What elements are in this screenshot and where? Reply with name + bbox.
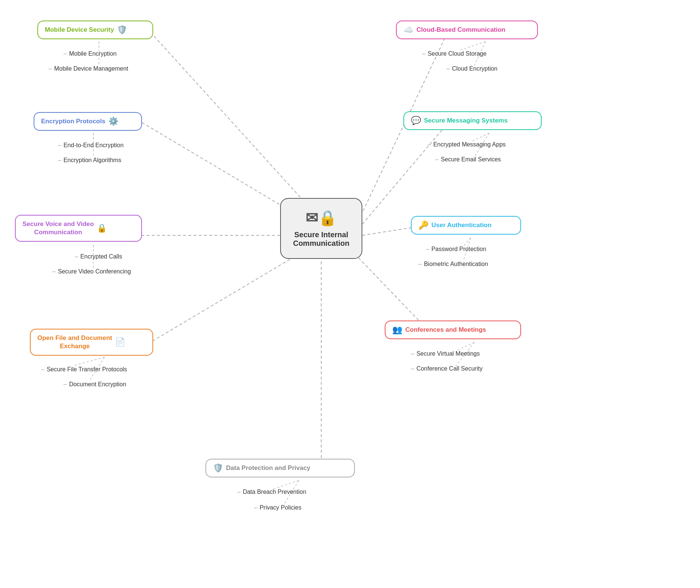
file-sub-1: Secure File Transfer Protocols bbox=[41, 366, 127, 373]
center-node: ✉🔒 Secure Internal Communication bbox=[280, 198, 362, 259]
data-sub-1: Data Breach Prevention bbox=[237, 489, 306, 495]
auth-node: 🔑 User Authentication bbox=[411, 216, 521, 235]
svg-line-6 bbox=[362, 227, 415, 235]
file-label: Open File and Document Exchange bbox=[37, 334, 112, 350]
messaging-sub-1: Encrypted Messaging Apps bbox=[428, 141, 506, 148]
data-node: 🛡️ Data Protection and Privacy bbox=[205, 459, 355, 477]
voice-sub-2: Secure Video Conferencing bbox=[52, 268, 131, 275]
center-label: Secure Internal Communication bbox=[293, 230, 349, 248]
svg-line-25 bbox=[273, 480, 299, 489]
svg-line-23 bbox=[456, 342, 474, 351]
auth-sub-1: Password Protection bbox=[426, 246, 486, 253]
voice-node: Secure Voice and Video Communication 🔒 bbox=[15, 215, 142, 242]
messaging-icon: 💬 bbox=[411, 117, 421, 125]
voice-label: Secure Voice and Video Communication bbox=[22, 220, 94, 236]
svg-line-17 bbox=[459, 41, 486, 50]
svg-line-3 bbox=[149, 254, 299, 343]
encryption-node: Encryption Protocols ⚙️ bbox=[34, 112, 142, 131]
center-icon: ✉🔒 bbox=[306, 209, 337, 227]
conferences-node: 👥 Conferences and Meetings bbox=[385, 321, 521, 339]
messaging-label: Secure Messaging Systems bbox=[424, 117, 508, 125]
cloud-icon: ☁️ bbox=[403, 26, 414, 34]
file-icon: 📄 bbox=[115, 338, 125, 346]
file-sub-2: Document Encryption bbox=[64, 381, 126, 388]
svg-line-15 bbox=[75, 357, 105, 365]
svg-line-5 bbox=[362, 123, 448, 224]
file-node: Open File and Document Exchange 📄 bbox=[30, 329, 153, 356]
auth-sub-2: Biometric Authentication bbox=[418, 261, 488, 267]
auth-label: User Authentication bbox=[431, 221, 492, 229]
data-label: Data Protection and Privacy bbox=[226, 464, 310, 472]
svg-line-19 bbox=[471, 133, 489, 142]
svg-line-21 bbox=[463, 238, 471, 247]
svg-line-0 bbox=[149, 31, 321, 220]
connection-lines bbox=[0, 0, 700, 588]
mobile-icon: 🛡️ bbox=[117, 26, 127, 34]
encryption-sub-1: End-to-End Encryption bbox=[58, 142, 124, 149]
cloud-sub-2: Cloud Encryption bbox=[446, 65, 498, 72]
encryption-sub-2: Encryption Algorithms bbox=[58, 157, 121, 164]
encryption-icon: ⚙️ bbox=[108, 117, 118, 126]
mobile-label: Mobile Device Security bbox=[45, 26, 114, 34]
conferences-sub-2: Conference Call Security bbox=[411, 365, 483, 372]
data-sub-2: Privacy Policies bbox=[254, 504, 301, 511]
conferences-sub-1: Secure Virtual Meetings bbox=[411, 350, 480, 357]
voice-icon: 🔒 bbox=[97, 224, 107, 232]
mobile-node: Mobile Device Security 🛡️ bbox=[37, 21, 153, 39]
cloud-sub-1: Secure Cloud Storage bbox=[422, 50, 486, 57]
voice-sub-1: Encrypted Calls bbox=[75, 253, 122, 260]
messaging-sub-2: Secure Email Services bbox=[435, 156, 501, 163]
conferences-label: Conferences and Meetings bbox=[405, 326, 486, 334]
cloud-label: Cloud-Based Communication bbox=[416, 26, 505, 34]
mobile-sub-2: Mobile Device Management bbox=[49, 65, 128, 72]
encryption-label: Encryption Protocols bbox=[41, 117, 105, 126]
mindmap-container: ✉🔒 Secure Internal Communication Mobile … bbox=[0, 0, 700, 588]
data-icon: 🛡️ bbox=[213, 464, 223, 472]
mobile-sub-1: Mobile Encryption bbox=[64, 50, 117, 57]
messaging-node: 💬 Secure Messaging Systems bbox=[403, 111, 542, 130]
cloud-node: ☁️ Cloud-Based Communication bbox=[396, 21, 538, 39]
auth-icon: 🔑 bbox=[418, 221, 428, 229]
conferences-icon: 👥 bbox=[392, 326, 402, 334]
